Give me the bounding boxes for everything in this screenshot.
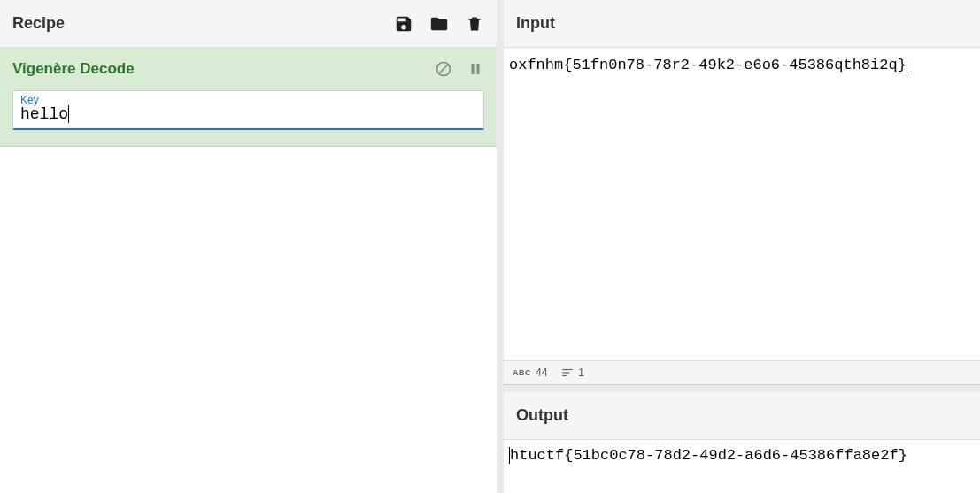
input-status-bar: ABC 44 1 [504,360,980,385]
recipe-body[interactable]: Vigenère Decode Key hello [0,48,497,493]
recipe-title: Recipe [12,14,65,33]
line-count-value: 1 [578,366,584,379]
char-count-value: 44 [536,366,547,379]
operation-title: Vigenère Decode [12,60,135,78]
svg-rect-6 [563,375,567,376]
line-count: 1 [561,366,584,379]
svg-line-1 [439,65,448,73]
input-textarea[interactable]: oxfnhm{51fn0n78-78r2-49k2-e6o6-45386qth8… [504,48,980,360]
output-title: Output [516,406,568,425]
vertical-splitter[interactable] [504,385,980,392]
input-title: Input [516,14,555,33]
output-section: Output htuctf{51bc0c78-78d2-49d2-a6d6-45… [504,392,980,493]
key-label: Key [20,95,476,105]
abc-icon: ABC [513,368,531,377]
operation-controls [435,60,484,78]
trash-icon[interactable] [465,14,484,34]
input-header: Input [504,0,980,48]
text-caret [68,105,69,123]
recipe-toolbar [394,14,484,34]
svg-rect-4 [563,369,574,370]
output-text: htuctf{51bc0c78-78d2-49d2-a6d6-45386ffa8… [510,447,907,464]
key-input[interactable]: hello [20,105,68,123]
key-field[interactable]: Key hello [12,90,484,130]
disable-icon[interactable] [435,60,452,78]
input-text: oxfnhm{51fn0n78-78r2-49k2-e6o6-45386qth8… [509,57,907,73]
folder-icon[interactable] [429,14,449,34]
svg-rect-2 [472,64,475,74]
svg-rect-5 [563,372,570,373]
save-icon[interactable] [394,14,413,34]
svg-rect-3 [477,64,480,74]
lines-icon [561,366,574,379]
pause-icon[interactable] [467,60,484,78]
recipe-header: Recipe [0,0,497,48]
operation-vigenere-decode[interactable]: Vigenère Decode Key hello [0,48,497,147]
output-header: Output [504,392,980,440]
char-count: ABC 44 [513,366,547,379]
output-textarea[interactable]: htuctf{51bc0c78-78d2-49d2-a6d6-45386ffa8… [504,440,980,493]
operation-header: Vigenère Decode [12,60,484,78]
recipe-pane: Recipe Vigenère Decode [0,0,504,493]
input-caret [907,57,907,73]
io-pane: Input oxfnhm{51fn0n78-78r2-49k2-e6o6-453… [504,0,980,493]
